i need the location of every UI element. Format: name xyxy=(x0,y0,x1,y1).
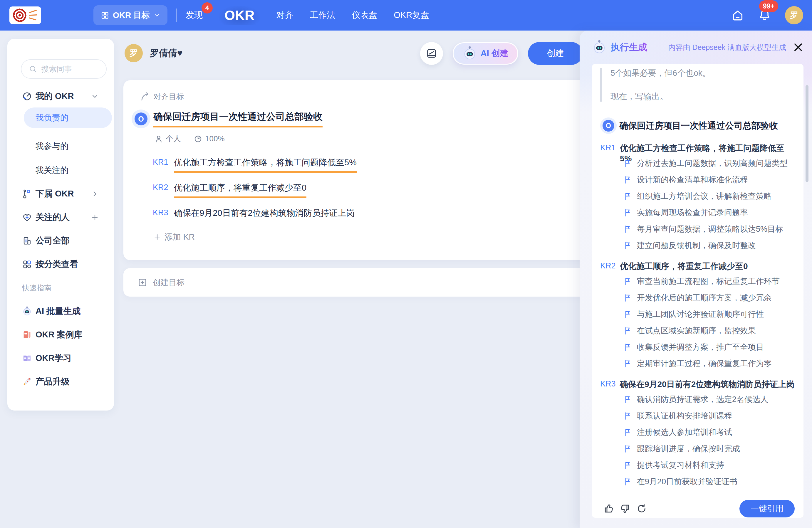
sidebar-item-participating[interactable]: 我参与的 xyxy=(22,141,107,152)
kr-text[interactable]: 优化施工顺序，将重复工作减少至0 xyxy=(174,182,306,198)
panel-kr-header: KR3 确保在9月20日前有2位建构筑物消防员持证上岗 xyxy=(600,379,795,390)
progress-value: 100% xyxy=(205,134,225,143)
thumbs-up-icon[interactable] xyxy=(603,503,614,514)
nav-label: OKR xyxy=(224,8,255,23)
nav-label: 工作法 xyxy=(310,10,335,20)
nav-item-align[interactable]: 对齐 xyxy=(276,10,293,21)
app-logo[interactable] xyxy=(10,6,41,24)
flag-icon xyxy=(623,225,633,234)
sidebar-item-okr-learning[interactable]: OKR学习 xyxy=(22,352,107,364)
heart-plus-icon xyxy=(22,212,32,222)
task-text: 收集反馈并调整方案，推广至全项目 xyxy=(637,342,764,352)
nav-item-okr[interactable]: OKR xyxy=(219,5,260,25)
search-box[interactable] xyxy=(21,59,107,79)
objective-badge: O xyxy=(132,109,150,128)
sidebar-item-label: 我的 OKR xyxy=(35,90,74,102)
chevron-right-icon[interactable] xyxy=(90,189,99,198)
task-text: 定期审计施工过程，确保重复工作为零 xyxy=(637,358,772,369)
kr-text[interactable]: 优化施工方检查工作策略，将施工问题降低至5% xyxy=(174,157,357,173)
nav-item-okr-review[interactable]: OKR复盘 xyxy=(394,10,429,21)
objective-title[interactable]: 确保回迁房项目一次性通过公司总部验收 xyxy=(153,111,322,128)
app-switcher-button[interactable]: OKR 目标 xyxy=(93,5,168,25)
kr-id: KR2 xyxy=(600,261,615,270)
task-item: 收集反馈并调整方案，推广至全项目 xyxy=(600,339,795,355)
owner-row: 罗 罗倩倩♥ xyxy=(125,44,183,62)
task-item: 跟踪培训进度，确保按时完成 xyxy=(600,440,795,457)
panel-scrollbar[interactable] xyxy=(806,85,809,182)
search-icon xyxy=(29,64,37,73)
nav-item-dashboard[interactable]: 仪表盘 xyxy=(352,10,377,21)
regenerate-icon[interactable] xyxy=(636,503,647,514)
flag-icon xyxy=(623,395,633,404)
quote-line: 5个如果必要，但6个也ok。 xyxy=(610,68,795,78)
quick-guide-section-label: 快速指南 xyxy=(22,282,107,294)
person-icon xyxy=(154,134,163,144)
plus-icon[interactable] xyxy=(90,213,99,222)
nav-label: 仪表盘 xyxy=(352,10,377,20)
task-item: 每月审查问题数据，调整策略以达5%目标 xyxy=(600,221,795,237)
sidebar-item-label: 下属 OKR xyxy=(35,188,74,200)
flag-icon xyxy=(623,310,633,319)
apply-all-button[interactable]: 一键引用 xyxy=(739,500,795,517)
sidebar-item-followed-people[interactable]: 关注的人 xyxy=(22,211,107,223)
nav-label: OKR复盘 xyxy=(394,10,429,20)
notifications-button[interactable]: 99+ xyxy=(758,8,771,23)
owner-avatar[interactable]: 罗 xyxy=(125,44,143,62)
red-book-icon xyxy=(22,330,32,340)
panel-task-list: 确认消防员持证需求，选定2名候选人 联系认证机构安排培训课程 注册候选人参加培训… xyxy=(600,391,795,490)
task-text: 在试点区域实施新顺序，监控效果 xyxy=(637,325,756,336)
flag-icon xyxy=(623,192,633,201)
progress-meta[interactable]: 100% xyxy=(193,134,225,144)
owner-name: 罗倩倩♥ xyxy=(150,47,183,59)
task-item: 审查当前施工流程图，标记重复工作环节 xyxy=(600,273,795,290)
sidebar-item-by-category[interactable]: 按分类查看 xyxy=(22,259,107,270)
kr-id: KR1 xyxy=(600,143,615,152)
robot-icon xyxy=(592,40,607,55)
sidebar-item-subordinate-okr[interactable]: 下属 OKR xyxy=(22,188,107,200)
sidebar-item-label: 公司全部 xyxy=(35,235,70,247)
kr-text[interactable]: 确保在9月20日前有2位建构筑物消防员持证上岗 xyxy=(174,207,355,219)
purple-book-icon xyxy=(22,353,32,363)
task-item: 组织施工方培训会议，讲解新检查策略 xyxy=(600,188,795,204)
sidebar-item-following-okr[interactable]: 我关注的 xyxy=(22,164,107,176)
task-text: 分析过去施工问题数据，识别高频问题类型 xyxy=(637,158,788,168)
task-item: 联系认证机构安排培训课程 xyxy=(600,408,795,424)
visibility-meta[interactable]: 个人 xyxy=(154,134,181,144)
kr-id: KR2 xyxy=(153,182,169,192)
search-input[interactable] xyxy=(41,64,99,74)
task-item: 开发优化后的施工顺序方案，减少冗余 xyxy=(600,290,795,306)
rocket-icon xyxy=(22,377,32,387)
chevron-down-icon[interactable] xyxy=(90,92,99,101)
user-avatar[interactable]: 罗 xyxy=(785,6,803,24)
flag-icon xyxy=(623,461,633,470)
flag-icon xyxy=(623,326,633,335)
kr-id: KR3 xyxy=(153,207,169,217)
top-navbar: OKR 目标 发现 4 OKR 对齐 工作法 仪表盘 OKR复盘 xyxy=(0,0,812,31)
primary-nav: 发现 4 OKR 对齐 工作法 仪表盘 OKR复盘 xyxy=(186,5,429,25)
sidebar-item-my-okr[interactable]: 我的 OKR xyxy=(22,90,107,102)
ai-create-button[interactable]: AI 创建 xyxy=(453,42,518,64)
flag-icon xyxy=(623,159,633,168)
close-icon[interactable] xyxy=(793,42,804,53)
sidebar-item-owned-by-me[interactable]: 我负责的 xyxy=(24,107,112,128)
task-item: 注册候选人参加培训和考试 xyxy=(600,424,795,440)
objective-badge: O xyxy=(600,117,617,134)
task-text: 开发优化后的施工顺序方案，减少冗余 xyxy=(637,293,772,303)
create-button[interactable]: 创建 xyxy=(528,42,583,65)
nav-item-discover[interactable]: 发现 4 xyxy=(186,10,203,21)
sidebar-item-okr-case-library[interactable]: OKR 案例库 xyxy=(22,329,107,341)
task-text: 跟踪培训进度，确保按时完成 xyxy=(637,443,740,454)
panel-objective-row: O 确保回迁房项目一次性通过公司总部验收 xyxy=(600,117,795,134)
thumbs-down-icon[interactable] xyxy=(620,503,631,514)
panel-task-list: 审查当前施工流程图，标记重复工作环节 开发优化后的施工顺序方案，减少冗余 与施工… xyxy=(600,273,795,372)
home-icon[interactable] xyxy=(731,9,744,22)
plus-icon xyxy=(153,233,162,241)
task-text: 每月审查问题数据，调整策略以达5%目标 xyxy=(637,224,783,234)
nav-item-workmethod[interactable]: 工作法 xyxy=(310,10,335,21)
panel-objective-title: 确保回迁房项目一次性通过公司总部验收 xyxy=(619,120,778,132)
task-text: 组织施工方培训会议，讲解新检查策略 xyxy=(637,191,772,202)
sidebar-item-ai-batch-generate[interactable]: AI 批量生成 xyxy=(22,305,107,317)
sidebar-item-company-all[interactable]: 公司全部 xyxy=(22,235,107,247)
sidebar-item-product-upgrade[interactable]: 产品升级 xyxy=(22,376,107,387)
edit-board-button[interactable] xyxy=(420,42,443,65)
